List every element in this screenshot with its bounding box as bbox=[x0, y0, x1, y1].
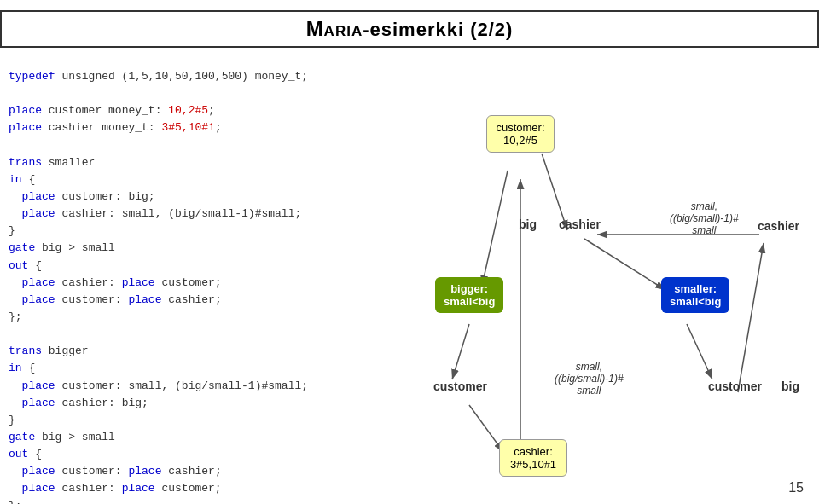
code-line-12: place customer: place cashier; bbox=[9, 292, 410, 309]
title-suffix: -esimerkki (2/2) bbox=[363, 19, 513, 40]
svg-line-7 bbox=[469, 405, 503, 452]
smaller-box-label: smaller:small<big bbox=[670, 282, 721, 308]
code-line-19: gate big > small bbox=[9, 429, 410, 446]
title-prefix: Maria bbox=[306, 17, 363, 40]
diagram-area: customer:10,2#5 big cashier small,((big/… bbox=[418, 64, 810, 490]
title-area: Maria-esimerkki (2/2) bbox=[0, 10, 819, 48]
big-right-text: big bbox=[781, 379, 799, 393]
code-line-5: in { bbox=[9, 171, 410, 188]
code-line-4: trans smaller bbox=[9, 154, 410, 171]
title-text: Maria-esimerkki (2/2) bbox=[306, 17, 514, 41]
code-line-11: place cashier: place customer; bbox=[9, 275, 410, 292]
node-cashier-bottom: cashier:3#5,10#1 bbox=[499, 439, 567, 477]
node-customer-bottom: customer bbox=[433, 379, 487, 393]
code-line-17: place cashier: big; bbox=[9, 395, 410, 412]
code-line-21: place customer: place cashier; bbox=[9, 463, 410, 480]
code-line-18: } bbox=[9, 412, 410, 429]
code-line-6: place customer: big; bbox=[9, 188, 410, 206]
svg-line-3 bbox=[584, 239, 665, 290]
node-customer-top-label: customer:10,2#5 bbox=[496, 121, 544, 147]
node-big-label: big bbox=[519, 217, 537, 231]
cashier-right-text: cashier bbox=[758, 219, 799, 233]
customer-bottom-text: customer bbox=[433, 379, 487, 393]
node-big-right: big bbox=[781, 379, 799, 393]
svg-line-9 bbox=[738, 243, 764, 392]
code-line-22: place cashier: place customer; bbox=[9, 480, 410, 497]
code-line-14: trans bigger bbox=[9, 343, 410, 360]
code-line-13: }; bbox=[9, 309, 410, 326]
big-label-text: big bbox=[519, 217, 537, 231]
code-line-3: place cashier money_t: 3#5,10#1; bbox=[9, 119, 410, 136]
node-small-label-bottom: small,((big/small)-1)#small bbox=[555, 361, 624, 397]
customer-right-text: customer bbox=[708, 379, 762, 393]
node-cashier-right: cashier bbox=[758, 219, 799, 233]
code-line-15: in { bbox=[9, 360, 410, 377]
code-line-8: } bbox=[9, 223, 410, 240]
code-line-16: place customer: small, (big/small-1)#sma… bbox=[9, 378, 410, 395]
page-number: 15 bbox=[788, 480, 804, 495]
svg-line-6 bbox=[687, 324, 712, 379]
code-line-7: place cashier: small, (big/small-1)#smal… bbox=[9, 206, 410, 223]
svg-line-5 bbox=[452, 324, 469, 379]
node-customer-top: customer:10,2#5 bbox=[486, 115, 555, 153]
code-line-9: gate big > small bbox=[9, 240, 410, 257]
code-area: typedef unsigned (1,5,10,50,100,500) mon… bbox=[9, 68, 410, 504]
small-label-top-text: small,((big/small)-1)#small bbox=[670, 200, 739, 236]
code-line-23: }; bbox=[9, 498, 410, 504]
code-line-1: typedef unsigned (1,5,10,50,100,500) mon… bbox=[9, 68, 410, 85]
cashier-mid-text: cashier bbox=[559, 217, 601, 231]
code-line-10: out { bbox=[9, 258, 410, 275]
node-bigger-box: bigger:small<big bbox=[435, 277, 503, 313]
svg-line-4 bbox=[482, 171, 508, 286]
node-cashier-mid: cashier bbox=[559, 217, 601, 231]
code-line-20: out { bbox=[9, 446, 410, 463]
node-cashier-bottom-label: cashier:3#5,10#1 bbox=[510, 445, 556, 471]
bigger-box-label: bigger:small<big bbox=[444, 282, 495, 308]
node-customer-right: customer bbox=[708, 379, 762, 393]
node-small-label-top: small,((big/small)-1)#small bbox=[670, 200, 739, 236]
code-line-2: place customer money_t: 10,2#5; bbox=[9, 102, 410, 119]
small-label-bottom-text: small,((big/small)-1)#small bbox=[555, 361, 624, 397]
title-box: Maria-esimerkki (2/2) bbox=[0, 10, 819, 48]
node-smaller-box: smaller:small<big bbox=[661, 277, 729, 313]
